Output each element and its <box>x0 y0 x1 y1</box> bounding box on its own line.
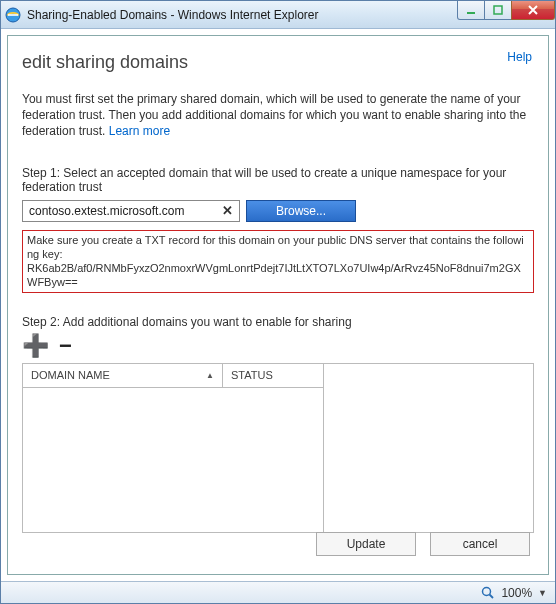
cancel-button[interactable]: cancel <box>430 532 530 556</box>
column-header-domain-label: DOMAIN NAME <box>31 369 110 381</box>
update-button[interactable]: Update <box>316 532 416 556</box>
step1-controls: contoso.extest.microsoft.com ✕ Browse... <box>22 200 534 222</box>
svg-rect-3 <box>494 6 502 14</box>
step1-label: Step 1: Select an accepted domain that w… <box>22 166 534 194</box>
intro-text: You must first set the primary shared do… <box>22 91 534 140</box>
zoom-level[interactable]: 100% <box>501 586 532 600</box>
help-link[interactable]: Help <box>507 50 532 64</box>
zoom-icon[interactable] <box>481 586 495 600</box>
add-remove-toolbar: ➕ − <box>22 335 534 357</box>
maximize-button[interactable] <box>484 0 512 20</box>
primary-domain-input[interactable]: contoso.extest.microsoft.com ✕ <box>22 200 240 222</box>
svg-rect-1 <box>8 14 18 16</box>
clear-icon[interactable]: ✕ <box>220 203 235 218</box>
window-controls <box>458 0 555 20</box>
grid-header: DOMAIN NAME ▲ STATUS <box>23 364 323 388</box>
txt-record-warning: Make sure you create a TXT record for th… <box>22 230 534 293</box>
txt-warning-key: RK6ab2B/af0/RNMbFyxzO2nmoxrWVgmLonrtPdej… <box>27 262 521 288</box>
add-domain-button[interactable]: ➕ <box>22 335 49 357</box>
statusbar: 100% ▼ <box>1 581 555 603</box>
page-content: Help edit sharing domains You must first… <box>7 35 549 575</box>
grid-details-pane <box>323 364 533 532</box>
close-button[interactable] <box>511 0 555 20</box>
page-title: edit sharing domains <box>22 52 534 73</box>
intro-body: You must first set the primary shared do… <box>22 92 526 138</box>
grid-left-pane: DOMAIN NAME ▲ STATUS <box>23 364 323 532</box>
svg-rect-2 <box>467 12 475 14</box>
zoom-dropdown-icon[interactable]: ▼ <box>538 588 547 598</box>
learn-more-link[interactable]: Learn more <box>109 124 170 138</box>
primary-domain-value: contoso.extest.microsoft.com <box>29 204 220 218</box>
step2-label: Step 2: Add additional domains you want … <box>22 315 534 329</box>
svg-line-5 <box>490 594 494 598</box>
domains-grid: DOMAIN NAME ▲ STATUS <box>22 363 534 533</box>
browse-button[interactable]: Browse... <box>246 200 356 222</box>
footer-buttons: Update cancel <box>316 532 530 556</box>
client-area: Help edit sharing domains You must first… <box>1 29 555 581</box>
column-header-status[interactable]: STATUS <box>223 364 323 387</box>
column-header-status-label: STATUS <box>231 369 273 381</box>
txt-warning-intro: Make sure you create a TXT record for th… <box>27 234 524 260</box>
window-titlebar: Sharing-Enabled Domains - Windows Intern… <box>1 1 555 29</box>
column-header-domain[interactable]: DOMAIN NAME ▲ <box>23 364 223 387</box>
window-title: Sharing-Enabled Domains - Windows Intern… <box>27 8 318 22</box>
sort-asc-icon: ▲ <box>206 371 214 380</box>
grid-body[interactable] <box>23 388 323 532</box>
svg-point-4 <box>483 587 491 595</box>
ie-icon <box>5 7 21 23</box>
remove-domain-button[interactable]: − <box>59 335 72 357</box>
minimize-button[interactable] <box>457 0 485 20</box>
